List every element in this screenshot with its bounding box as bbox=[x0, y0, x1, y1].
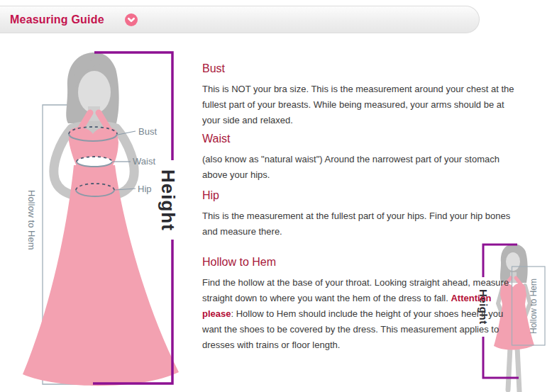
waist-diagram-label: Waist bbox=[133, 157, 155, 167]
small-right-leg bbox=[517, 347, 519, 391]
bust-section: Bust This is NOT your bra size. This is … bbox=[202, 62, 519, 128]
waist-description: (also know as "natural waist") Around th… bbox=[202, 152, 519, 183]
main-figure-illustration bbox=[23, 52, 179, 386]
waist-section: Waist (also know as "natural waist") Aro… bbox=[202, 133, 519, 183]
hip-section: Hip This is the measurement at the fulle… bbox=[202, 189, 519, 240]
hollow-to-hem-section: Hollow to Hem Find the hollow at the bas… bbox=[202, 256, 519, 353]
bust-description: This is NOT your bra size. This is the m… bbox=[202, 82, 519, 128]
bust-heading: Bust bbox=[202, 62, 519, 75]
hollow-to-hem-text-after: : Hollow to Hem should include the heigh… bbox=[202, 308, 503, 350]
hollow-to-hem-diagram-label: Hollow to Hem bbox=[23, 171, 39, 269]
hip-description: This is the measurement at the fullest p… bbox=[202, 208, 519, 240]
hollow-to-hem-heading: Hollow to Hem bbox=[202, 256, 519, 269]
bust-diagram-label: Bust bbox=[138, 127, 157, 137]
waist-heading: Waist bbox=[202, 133, 519, 145]
hollow-to-hem-description: Find the hollow at the base of your thro… bbox=[202, 275, 519, 353]
small-hollow-to-hem-diagram-label: Hollow to Hem bbox=[526, 269, 541, 343]
measuring-guide-page: Measuring Guide bbox=[0, 0, 552, 392]
small-left-leg bbox=[508, 347, 510, 390]
hip-heading: Hip bbox=[202, 189, 519, 202]
dress-skirt bbox=[23, 165, 179, 386]
hip-diagram-label: Hip bbox=[138, 184, 152, 194]
height-diagram-label: Height bbox=[156, 160, 179, 240]
